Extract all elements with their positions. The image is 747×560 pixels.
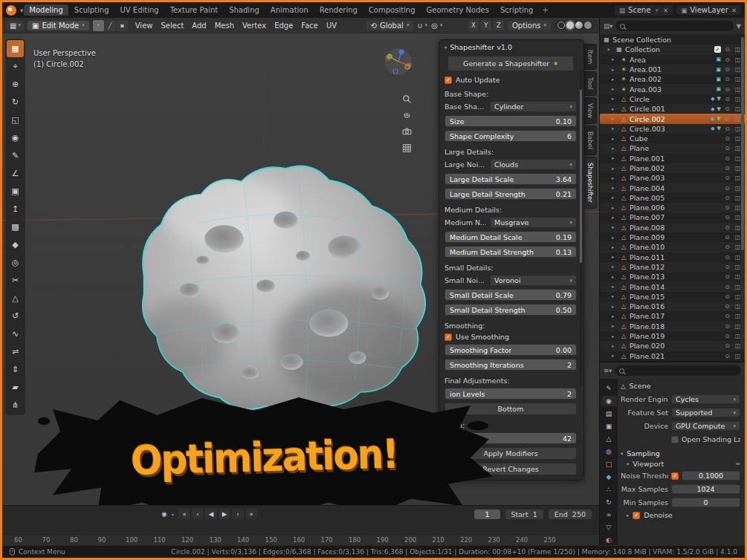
expand-arrow-icon[interactable]: ▸ xyxy=(612,293,618,299)
panel-tab-view[interactable]: View xyxy=(584,97,597,124)
next-keyframe-button[interactable]: › xyxy=(232,509,244,519)
viewport-subsection[interactable]: ▾Viewport≡ xyxy=(621,460,740,468)
outliner[interactable]: ▦ Scene Collection ▾ ▦ Collection ✓ ⊙ ◫ … xyxy=(600,34,745,361)
new-scene-icon[interactable]: ＋ xyxy=(654,6,661,15)
menu-icon[interactable]: ≡ xyxy=(735,460,740,467)
pan-hand-icon[interactable] xyxy=(402,111,412,120)
workspace-tab-modeling[interactable]: Modeling xyxy=(24,4,68,16)
properties-tab-scene[interactable]: △ xyxy=(601,434,617,444)
outliner-item-plane-013[interactable]: ▸△Plane.013⊙◫ xyxy=(600,272,745,281)
bottom-button[interactable]: Bottom xyxy=(444,403,577,415)
camera-icon[interactable]: ◫ xyxy=(734,353,742,359)
eye-icon[interactable]: ⊙ xyxy=(723,333,731,339)
outliner-item-plane-005[interactable]: ▸△Plane.005⊙◫ xyxy=(600,193,745,203)
medium-detail-strength-slider[interactable]: Medium Detail Strength0.13 xyxy=(444,246,577,258)
outliner-item-plane-019[interactable]: ▸△Plane.019⊙◫ xyxy=(600,331,745,341)
tool-shear[interactable]: ▰ xyxy=(7,379,24,396)
outliner-item-plane-009[interactable]: ▸△Plane.009⊙◫ xyxy=(600,232,745,242)
base-sha-select[interactable]: Cylinder▾ xyxy=(490,101,577,112)
panel-tab-shapeshifter[interactable]: Shapeshifter xyxy=(584,157,597,209)
frame-end-field[interactable]: End 250 xyxy=(549,509,592,519)
properties-tab-render[interactable]: ◉ xyxy=(601,396,617,406)
panel-tab-tool[interactable]: Tool xyxy=(584,71,597,96)
expand-arrow-icon[interactable]: ▸ xyxy=(612,343,618,349)
outliner-scrollbar[interactable] xyxy=(741,37,744,351)
small-noi-select[interactable]: Voronoi▾ xyxy=(490,275,577,286)
add-workspace-button[interactable]: + xyxy=(539,4,551,16)
expand-arrow-icon[interactable]: ▸ xyxy=(612,136,618,142)
viewport-3d[interactable]: ▦⌖⊕↻◱◉✎∠▣↥▩◆◎✂△↺∿⇌⇕▰⋔ User Perspective (… xyxy=(2,33,599,505)
small-detail-scale-slider[interactable]: Small Detail Scale0.79 xyxy=(444,289,577,301)
properties-tab-tool[interactable]: ✎ xyxy=(601,383,617,394)
vertex-select-mode[interactable]: · xyxy=(93,20,104,31)
eye-icon[interactable]: ⊙ xyxy=(723,46,731,53)
auto-update-checkbox-row[interactable]: ✓Auto Update xyxy=(444,76,577,84)
properties-tab-view-layer[interactable]: ▣ xyxy=(601,421,617,432)
auto-key-button[interactable]: ◉ xyxy=(158,509,170,519)
noise-threshold-field[interactable]: 0.1000 xyxy=(682,471,740,481)
menu-uv[interactable]: UV xyxy=(323,21,340,30)
workspace-tab-animation[interactable]: Animation xyxy=(265,4,314,16)
expand-arrow-icon[interactable]: ▸ xyxy=(612,235,618,241)
wireframe-shading-icon[interactable] xyxy=(557,22,565,29)
expand-arrow-icon[interactable]: ▸ xyxy=(612,205,618,211)
play-button[interactable]: ▶ xyxy=(219,509,230,519)
toggle-perspective-icon[interactable] xyxy=(402,143,412,153)
smoothing-iterations-slider[interactable]: Smoothing Iterations2 xyxy=(444,359,577,371)
tool-cursor[interactable]: ⌖ xyxy=(7,58,24,75)
feature-set-select[interactable]: Supported▾ xyxy=(671,408,740,417)
mirror-x-toggle[interactable]: X xyxy=(468,20,479,30)
tool-annotate[interactable]: ✎ xyxy=(7,147,24,164)
expand-arrow-icon[interactable]: ▸ xyxy=(612,76,618,82)
expand-arrow-icon[interactable]: ▸ xyxy=(612,323,618,329)
panel-scrollbar[interactable] xyxy=(580,70,582,386)
large-detail-scale-slider[interactable]: Large Detail Scale3.64 xyxy=(444,173,577,185)
timeline-ruler[interactable]: 6070809010011012013014015016017018019020… xyxy=(2,534,599,545)
eye-icon[interactable]: ⊙ xyxy=(723,56,731,63)
properties-tab-object[interactable]: □ xyxy=(601,459,617,469)
outliner-search-input[interactable] xyxy=(628,22,729,30)
eye-icon[interactable]: ⊙ xyxy=(723,135,731,142)
edge-select-mode[interactable]: ╱ xyxy=(105,20,116,31)
tool-scale[interactable]: ◱ xyxy=(7,111,24,128)
unlink-scene-icon[interactable]: ✕ xyxy=(663,7,668,14)
chevron-down-icon[interactable]: ▾ xyxy=(425,22,428,28)
expand-arrow-icon[interactable]: ▸ xyxy=(612,166,618,172)
collection-checkbox[interactable]: ✓ xyxy=(714,46,721,53)
outliner-item-plane-007[interactable]: ▸△Plane.007⊙◫ xyxy=(600,212,745,222)
eye-icon[interactable]: ⊙ xyxy=(723,155,731,162)
menu-view[interactable]: View xyxy=(132,21,157,30)
properties-search[interactable] xyxy=(615,365,741,376)
eye-icon[interactable]: ⊙ xyxy=(723,76,731,82)
properties-tab-object-data[interactable]: ▽ xyxy=(601,522,617,533)
prev-keyframe-button[interactable]: ‹ xyxy=(192,509,204,519)
outliner-item-plane-002[interactable]: ▸△Plane.002⊙◫ xyxy=(600,163,745,173)
small-detail-strength-slider[interactable]: Small Detail Strength0.50 xyxy=(444,304,577,316)
solid-shading-icon[interactable] xyxy=(566,22,574,29)
eye-icon[interactable]: ⊙ xyxy=(723,224,731,231)
expand-arrow-icon[interactable]: ▸ xyxy=(612,353,618,359)
eye-icon[interactable]: ⊙ xyxy=(723,145,731,152)
outliner-item-area-002[interactable]: ▸☀Area.002▣⊙◫ xyxy=(600,74,745,84)
workspace-tab-sculpting[interactable]: Sculpting xyxy=(69,4,114,16)
render-engine-select[interactable]: Cycles▾ xyxy=(671,394,740,404)
eye-icon[interactable]: ⊙ xyxy=(723,273,731,280)
outliner-item-area-001[interactable]: ▸☀Area.001▣⊙◫ xyxy=(600,65,745,74)
medium-n-select[interactable]: Musgrave▾ xyxy=(490,217,577,228)
outliner-item-plane-003[interactable]: ▸△Plane.003⊙◫ xyxy=(600,173,745,183)
viewlayer-selector[interactable]: ▣ ViewLayer ✕ xyxy=(676,5,741,15)
eye-icon[interactable]: ⊙ xyxy=(723,293,731,300)
timeline[interactable]: ◉▾«‹◀▶›» 1 Start 1 End 250 6070809010011… xyxy=(2,505,599,545)
eye-icon[interactable]: ⊙ xyxy=(723,204,731,211)
outliner-item-circle[interactable]: ▸△Circle◆▼⊙◫ xyxy=(600,94,745,104)
properties-tab-material[interactable]: ◐ xyxy=(601,535,617,545)
smoothing-factor-slider[interactable]: Smoothing Factor0.00 xyxy=(444,344,577,356)
expand-arrow-icon[interactable]: ▸ xyxy=(612,67,618,73)
tool-move[interactable]: ⊕ xyxy=(7,76,24,93)
outliner-item-plane[interactable]: ▸△Plane⊙◫ xyxy=(600,143,745,153)
tool-bevel[interactable]: ◆ xyxy=(7,236,24,253)
properties-tab-world[interactable]: ◍ xyxy=(601,446,617,457)
menu-face[interactable]: Face xyxy=(297,21,322,30)
outliner-item-plane-012[interactable]: ▸△Plane.012⊙◫ xyxy=(600,262,745,272)
outliner-item-area[interactable]: ▸☀Area▣⊙◫ xyxy=(600,55,745,65)
